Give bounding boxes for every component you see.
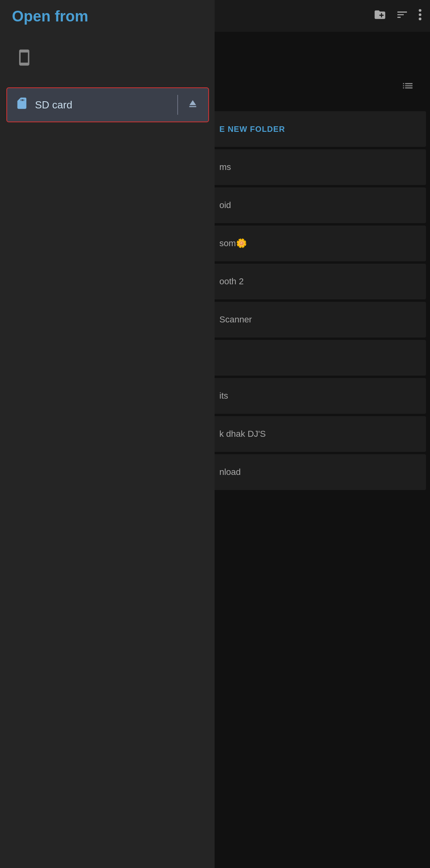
svg-point-0 xyxy=(419,9,422,12)
list-item[interactable]: ms xyxy=(211,149,426,185)
list-item[interactable]: oid xyxy=(211,187,426,223)
list-item[interactable]: nload xyxy=(211,454,426,490)
folder-name: ooth 2 xyxy=(219,276,244,287)
svg-point-2 xyxy=(419,17,422,20)
sd-card-label-area: SD card xyxy=(11,96,174,113)
folder-name: Scanner xyxy=(219,314,252,325)
open-from-drawer: Open from SD card xyxy=(0,0,215,868)
list-item[interactable] xyxy=(211,340,426,376)
folder-name: nload xyxy=(219,467,241,477)
folder-name: k dhak DJ'S xyxy=(219,429,266,439)
folder-name: oid xyxy=(219,200,231,210)
folder-name: its xyxy=(219,391,228,401)
eject-icon[interactable] xyxy=(181,98,204,112)
toolbar xyxy=(207,0,430,32)
list-view-icon[interactable] xyxy=(401,79,414,95)
folder-name: ms xyxy=(219,162,231,172)
sort-icon[interactable] xyxy=(396,8,409,24)
drawer-title: Open from xyxy=(12,8,88,25)
folder-list: E NEW FOLDER ms oid som🌼 ooth 2 Scanner … xyxy=(207,111,430,490)
list-item[interactable]: k dhak DJ'S xyxy=(211,416,426,452)
list-item[interactable]: som🌼 xyxy=(211,226,426,261)
more-icon[interactable] xyxy=(418,8,422,24)
sd-card-label: SD card xyxy=(35,99,72,111)
list-item[interactable]: its xyxy=(211,378,426,414)
sd-card-item[interactable]: SD card xyxy=(6,87,209,122)
sd-card-icon xyxy=(15,96,29,113)
folder-name: som🌼 xyxy=(219,238,247,249)
list-item[interactable]: Scanner xyxy=(211,302,426,338)
sd-divider xyxy=(177,95,178,115)
list-item[interactable]: ooth 2 xyxy=(211,264,426,299)
add-folder-icon[interactable] xyxy=(374,8,386,24)
new-folder-item[interactable]: E NEW FOLDER xyxy=(211,111,426,147)
phone-storage-item[interactable] xyxy=(14,48,34,68)
phone-icon xyxy=(14,48,34,68)
new-folder-label: E NEW FOLDER xyxy=(219,125,285,134)
svg-point-1 xyxy=(419,13,422,16)
